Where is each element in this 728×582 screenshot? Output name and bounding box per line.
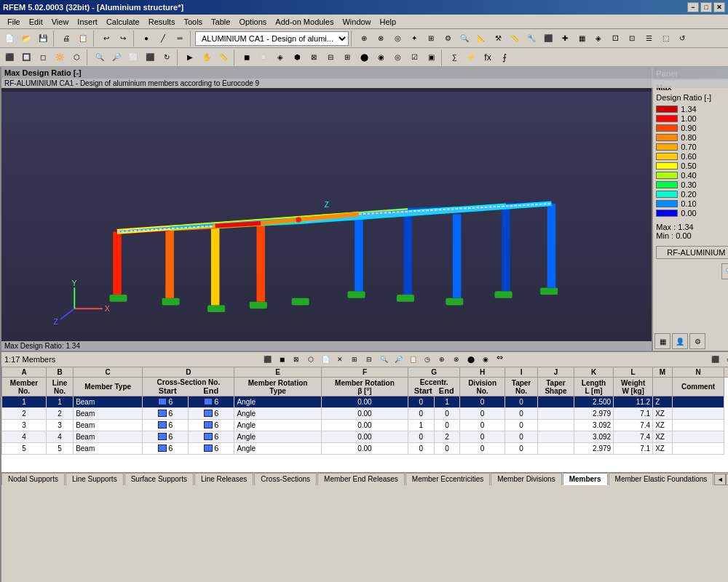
table-btn-12[interactable]: ◷ [421,353,434,366]
view-btn-5[interactable]: ⬡ [68,49,84,65]
render-10[interactable]: ◎ [389,49,405,65]
menu-view[interactable]: View [47,16,74,28]
table-row[interactable]: 4 4 Beam 6 6 Angle 0.00 0 2 0 0 3.092 7.… [2,431,729,443]
tool-7[interactable]: 🔍 [456,31,472,47]
redo-button[interactable]: ↪ [115,31,131,47]
tool-19[interactable]: ⬚ [657,31,673,47]
table-btn-9[interactable]: 🔍 [377,353,390,366]
select-btn[interactable]: ▶ [182,49,198,65]
bottom-tab-members[interactable]: Members [563,473,608,485]
save-button[interactable]: 💾 [35,31,51,47]
menu-file[interactable]: File [3,16,25,28]
legend-btn-3[interactable]: ⚙ [689,333,705,349]
legend-btn-2[interactable]: 👤 [672,333,688,349]
tool-9[interactable]: ⚒ [490,31,506,47]
render-5[interactable]: ⊠ [306,49,322,65]
print-button[interactable]: 🖨 [58,31,74,47]
menu-results[interactable]: Results [144,16,180,28]
render-3[interactable]: ◈ [272,49,288,65]
minimize-button[interactable]: − [687,2,699,12]
render-1[interactable]: ◼ [239,49,255,65]
tool-1[interactable]: ⊕ [356,31,372,47]
render-8[interactable]: ⬤ [356,49,372,65]
pan-btn[interactable]: ✋ [199,49,215,65]
bottom-tab-line-supports[interactable]: Line Supports [66,473,124,485]
tool-16[interactable]: ⚀ [607,31,623,47]
table-wrapper[interactable]: A B C D E F G H I J K L M [1,367,728,472]
render-11[interactable]: ☑ [406,49,422,65]
legend-btn-1[interactable]: ▦ [654,333,670,349]
rotate[interactable]: ↻ [159,49,175,65]
table-btn-10[interactable]: 🔎 [392,353,405,366]
render-4[interactable]: ⬢ [289,49,305,65]
print-preview[interactable]: 📋 [75,31,91,47]
menu-window[interactable]: Window [338,16,375,28]
render-6[interactable]: ⊟ [323,49,339,65]
tool-13[interactable]: ✚ [557,31,573,47]
zoom-in[interactable]: 🔍 [92,49,108,65]
formula-input[interactable]: fx [480,49,496,65]
table-row[interactable]: 3 3 Beam 6 6 Angle 0.00 1 0 0 0 3.092 7.… [2,420,729,431]
tool-10[interactable]: 📏 [507,31,523,47]
menu-addon[interactable]: Add-on Modules [271,16,338,28]
menu-table[interactable]: Table [207,16,234,28]
open-button[interactable]: 📂 [18,31,34,47]
table-row[interactable]: 5 5 Beam 6 6 Angle 0.00 0 0 0 0 2.979 7.… [2,443,729,455]
zoom-all[interactable]: ⬛ [142,49,158,65]
bottom-tab-cross-sections[interactable]: Cross-Sections [254,473,317,485]
table-btn-2[interactable]: ◼ [275,353,288,366]
table-btn-1[interactable]: ⬛ [261,353,274,366]
calc-1[interactable]: ∑ [446,49,462,65]
rf-aluminium-button[interactable]: RF-ALUMINIUM [656,246,728,259]
table-btn-11[interactable]: 📋 [406,353,419,366]
menu-options[interactable]: Options [234,16,271,28]
bottom-tab-member-eccentricities[interactable]: Member Eccentricities [405,473,490,485]
tool-5[interactable]: ⊞ [423,31,439,47]
table-btn-16[interactable]: ◉ [479,353,492,366]
view-btn-1[interactable]: ⬛ [1,49,17,65]
table-btn-6[interactable]: ✕ [333,353,347,366]
menu-calculate[interactable]: Calculate [102,16,144,28]
node-button[interactable]: ● [138,31,154,47]
tool-20[interactable]: ↺ [674,31,690,47]
table-row[interactable]: 2 2 Beam 6 6 Angle 0.00 0 0 0 0 2.979 7.… [2,408,729,420]
new-button[interactable]: 📄 [1,31,17,47]
tool-4[interactable]: ✦ [406,31,422,47]
tool-18[interactable]: ☰ [641,31,657,47]
calc-2[interactable]: ⚡ [463,49,479,65]
view-btn-4[interactable]: 🔆 [52,49,68,65]
table-btn-3[interactable]: ⊠ [290,353,303,366]
table-btn-14[interactable]: ⊗ [450,353,463,366]
table-btn-5[interactable]: 📄 [319,353,332,366]
view-btn-2[interactable]: 🔲 [18,49,34,65]
table-btn-15[interactable]: ⬤ [464,353,478,366]
member-button[interactable]: ═ [172,31,188,47]
bottom-tab-line-releases[interactable]: Line Releases [194,473,253,485]
structure-canvas[interactable]: X Y Z Z [1,67,652,351]
menu-help[interactable]: Help [376,16,401,28]
expand-table[interactable]: ⬛ [708,353,721,366]
undo-button[interactable]: ↩ [98,31,114,47]
menu-edit[interactable]: Edit [25,16,47,28]
tool-3[interactable]: ◎ [389,31,405,47]
measure-btn[interactable]: 📏 [215,49,232,65]
render-7[interactable]: ⊞ [339,49,355,65]
tool-17[interactable]: ⊡ [624,31,640,47]
view-dropdown[interactable]: ALUMINIUM CA1 - Design of alumi... [195,31,349,46]
bottom-tab-surface-supports[interactable]: Surface Supports [124,473,194,485]
render-2[interactable]: ◽ [256,49,272,65]
bottom-tab-member-end-releases[interactable]: Member End Releases [317,473,405,485]
render-12[interactable]: ▣ [423,49,439,65]
bottom-tab-nodal-supports[interactable]: Nodal Supports [1,473,65,485]
legend-search-icon[interactable]: 🔍 [721,263,728,279]
zoom-out[interactable]: 🔎 [108,49,124,65]
tool-15[interactable]: ◈ [590,31,606,47]
menu-tools[interactable]: Tools [179,16,207,28]
tab-scroll-left[interactable]: ◄ [714,474,726,485]
table-btn-7[interactable]: ⊞ [348,353,361,366]
table-row[interactable]: 1 1 Beam 6 6 Angle 0.00 0 1 0 0 2.500 11… [2,396,729,408]
table-btn-4[interactable]: ⬡ [304,353,317,366]
tool-2[interactable]: ⊗ [373,31,389,47]
bottom-tab-member-divisions[interactable]: Member Divisions [491,473,561,485]
zoom-fit[interactable]: ⬜ [125,49,141,65]
